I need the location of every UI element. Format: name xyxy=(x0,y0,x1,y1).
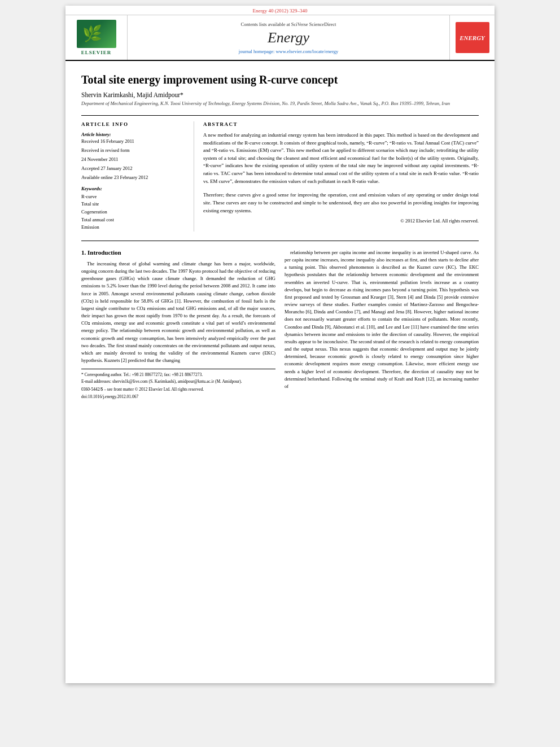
article-content: Total site energy improvement using R-cu… xyxy=(65,61,495,410)
elsevier-logo-image xyxy=(77,20,116,48)
revised-label: Received in revised form xyxy=(81,147,187,153)
email-note: E-mail addresses: shervin1k@live.com (S.… xyxy=(81,378,275,385)
sciverse-text: Contents lists available at SciVerse Sci… xyxy=(241,21,336,27)
received-date-2: 24 November 2011 xyxy=(81,156,187,162)
article-info-header: ARTICLE INFO xyxy=(81,121,187,127)
issn-line: 0360-5442/$ – see front matter © 2012 El… xyxy=(81,387,275,392)
email-addresses: shervin1k@live.com (S. Karimkashi), amid… xyxy=(112,379,242,384)
accepted-date: Accepted 27 January 2012 xyxy=(81,165,187,171)
page: Energy 40 (2012) 329–340 ELSEVIER Conten… xyxy=(65,6,495,683)
abstract-header: ABSTRACT xyxy=(203,121,479,127)
body-two-col: 1. Introduction The increasing threat of… xyxy=(81,249,479,399)
intro-col2-text: relationship between per capita income a… xyxy=(285,249,479,390)
abstract-text-2: Therefore; these curves give a good sens… xyxy=(203,191,479,215)
doi-line: doi:10.1016/j.energy.2012.01.067 xyxy=(81,394,275,399)
affiliation: Department of Mechanical Engineering, K.… xyxy=(81,101,479,107)
keyword-5: Emission xyxy=(81,224,187,231)
energy-logo-area: ENERGY xyxy=(449,15,495,60)
copyright: © 2012 Elsevier Ltd. All rights reserved… xyxy=(203,218,479,224)
intro-paragraph-1: The increasing threat of global warming … xyxy=(81,260,275,364)
elsevier-logo: ELSEVIER xyxy=(77,20,116,55)
keyword-3: Cogeneration xyxy=(81,208,187,216)
article-info-abstract: ARTICLE INFO Article history: Received 1… xyxy=(81,115,479,231)
available-date: Available online 23 February 2012 xyxy=(81,174,187,180)
journal-title-area: Contents lists available at SciVerse Sci… xyxy=(128,15,449,60)
keyword-2: Total site xyxy=(81,200,187,208)
elsevier-text: ELSEVIER xyxy=(81,50,112,55)
email-label: E-mail addresses: xyxy=(81,379,111,384)
footnotes: * Corresponding author. Tel.: +98 21 886… xyxy=(81,369,275,399)
body-col-right: relationship between per capita income a… xyxy=(285,249,479,399)
journal-name: Energy xyxy=(268,29,309,46)
received-date-1: Received 16 February 2011 xyxy=(81,138,187,144)
abstract-text-1: A new method for analyzing an industrial… xyxy=(203,132,479,185)
history-label: Article history: xyxy=(81,132,187,137)
article-body: 1. Introduction The increasing threat of… xyxy=(81,241,479,399)
journal-header: ELSEVIER Contents lists available at Sci… xyxy=(65,15,495,61)
journal-reference: Energy 40 (2012) 329–340 xyxy=(252,8,307,14)
corresponding-author-note: * Corresponding author. Tel.: +98 21 886… xyxy=(81,372,275,378)
keyword-4: Total annual cost xyxy=(81,216,187,224)
energy-logo: ENERGY xyxy=(456,22,489,53)
elsevier-logo-area: ELSEVIER xyxy=(65,15,128,60)
authors: Shervin Karimkashi, Majid Amidpour* xyxy=(81,91,479,98)
keywords-label: Keywords: xyxy=(81,186,187,191)
intro-col1-text: The increasing threat of global warming … xyxy=(81,260,275,364)
intro-section-title: 1. Introduction xyxy=(81,249,275,256)
abstract-col: ABSTRACT A new method for analyzing an i… xyxy=(203,121,479,231)
body-col-left: 1. Introduction The increasing threat of… xyxy=(81,249,275,399)
journal-homepage: journal homepage: www.elsevier.com/locat… xyxy=(239,49,338,54)
keywords-section: Keywords: R-curve Total site Cogeneratio… xyxy=(81,186,187,231)
intro-paragraph-2: relationship between per capita income a… xyxy=(285,249,479,390)
journal-reference-bar: Energy 40 (2012) 329–340 xyxy=(65,6,495,15)
article-title: Total site energy improvement using R-cu… xyxy=(81,72,479,87)
keyword-1: R-curve xyxy=(81,193,187,201)
article-info-col: ARTICLE INFO Article history: Received 1… xyxy=(81,121,194,231)
